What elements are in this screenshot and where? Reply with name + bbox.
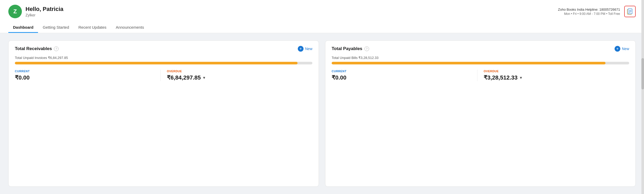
receivables-overdue-value: ₹6,84,297.85 ▼ — [167, 74, 312, 81]
receivables-stats: CURRENT ₹0.00 OVERDUE ₹6,84,297.85 ▼ — [15, 70, 312, 81]
receivables-card-header: Total Receivables ? + New — [15, 46, 312, 52]
receivables-plus-icon: + — [298, 46, 304, 52]
payables-card: Total Payables ? + New Total Unpaid Bill… — [325, 40, 636, 187]
payables-card-header: Total Payables ? + New — [332, 46, 629, 52]
scrollbar-track[interactable] — [641, 0, 644, 194]
payables-stats: CURRENT ₹0.00 OVERDUE ₹3,28,512.33 ▼ — [332, 70, 629, 81]
tab-getting-started[interactable]: Getting Started — [38, 22, 74, 33]
receivables-current-value: ₹0.00 — [15, 74, 160, 81]
payables-caret-icon: ▼ — [519, 76, 523, 80]
payables-plus-icon: + — [615, 46, 620, 52]
tab-recent-updates[interactable]: Recent Updates — [74, 22, 111, 33]
payables-title: Total Payables — [332, 46, 362, 51]
main-content: Total Receivables ? + New Total Unpaid I… — [0, 33, 644, 194]
receivables-new-button[interactable]: + New — [298, 46, 312, 52]
receivables-current-label: CURRENT — [15, 70, 160, 73]
header: Z Hello, Patricia Zylker Zoho Books Indi… — [0, 0, 644, 33]
payables-progress-fill — [332, 62, 605, 64]
header-right: Zoho Books India Helpline: 18005726671 M… — [558, 6, 636, 17]
receivables-unpaid-label: Total Unpaid Invoices ₹6,84,297.85 — [15, 56, 312, 60]
payables-overdue-value: ₹3,28,512.33 ▼ — [484, 74, 629, 81]
user-text: Hello, Patricia Zylker — [26, 6, 64, 17]
org-name: Zylker — [26, 13, 64, 17]
receivables-progress-fill — [15, 62, 298, 64]
payables-current-value: ₹0.00 — [332, 74, 477, 81]
payables-progress-bar — [332, 62, 629, 64]
receivables-progress-bar — [15, 62, 312, 64]
payables-current-label: CURRENT — [332, 70, 477, 73]
greeting: Hello, Patricia — [26, 6, 64, 13]
payables-new-label: New — [622, 47, 629, 51]
receivables-title-group: Total Receivables ? — [15, 46, 59, 51]
scrollbar-thumb[interactable] — [641, 58, 644, 89]
helpline-sub: Mon • Fri • 9:00 AM - 7:00 PM • Toll Fre… — [558, 12, 620, 16]
payables-overdue-block: OVERDUE ₹3,28,512.33 ▼ — [477, 70, 629, 81]
payables-overdue-label: OVERDUE — [484, 70, 629, 73]
receivables-new-label: New — [305, 47, 312, 51]
receivables-caret-icon: ▼ — [202, 76, 206, 80]
tab-dashboard[interactable]: Dashboard — [8, 22, 38, 33]
receivables-overdue-label: OVERDUE — [167, 70, 312, 73]
receivables-title: Total Receivables — [15, 46, 52, 51]
nav-tabs: Dashboard Getting Started Recent Updates… — [8, 22, 636, 33]
payables-new-button[interactable]: + New — [615, 46, 629, 52]
avatar: Z — [8, 5, 22, 18]
receivables-card: Total Receivables ? + New Total Unpaid I… — [8, 40, 319, 187]
receivables-current-block: CURRENT ₹0.00 — [15, 70, 160, 81]
helpline: Zoho Books India Helpline: 18005726671 M… — [558, 8, 620, 16]
payables-title-group: Total Payables ? — [332, 46, 369, 51]
payables-unpaid-label: Total Unpaid Bills ₹3,28,512.33 — [332, 56, 629, 60]
user-info: Z Hello, Patricia Zylker — [8, 5, 64, 18]
helpline-title: Zoho Books India Helpline: 18005726671 — [558, 8, 620, 11]
payables-info-icon[interactable]: ? — [364, 46, 369, 51]
tab-announcements[interactable]: Announcements — [111, 22, 149, 33]
doc-icon-button[interactable] — [624, 6, 636, 17]
payables-current-block: CURRENT ₹0.00 — [332, 70, 477, 81]
receivables-overdue-block: OVERDUE ₹6,84,297.85 ▼ — [160, 70, 312, 81]
receivables-info-icon[interactable]: ? — [54, 46, 59, 51]
